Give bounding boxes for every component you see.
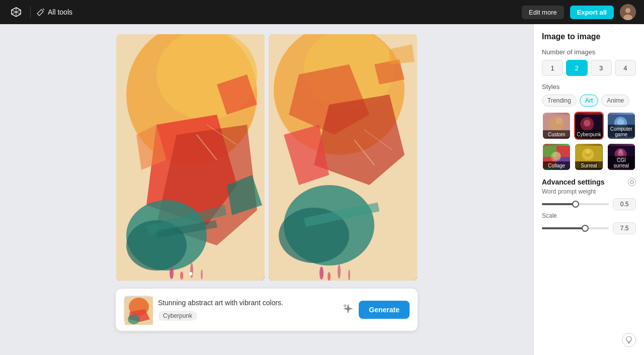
svg-point-76	[618, 149, 622, 153]
styles-section: Styles Trending Art Anime	[542, 83, 636, 171]
svg-point-40	[348, 270, 350, 281]
image-panel-1[interactable]	[116, 34, 265, 281]
scale-row: 7.5	[542, 222, 636, 234]
svg-point-52	[555, 118, 562, 125]
scale-section: Scale 7.5	[542, 212, 636, 234]
magic-icon	[343, 303, 354, 314]
style-card-cyberpunk[interactable]: Cyberpunk	[574, 112, 603, 140]
all-tools-label: All tools	[48, 8, 72, 16]
style-card-cgi-surreal[interactable]: CGI surreal	[607, 143, 636, 171]
style-card-collage[interactable]: Collage	[542, 143, 571, 171]
svg-point-37	[319, 267, 324, 280]
logo[interactable]	[8, 4, 24, 20]
computer-game-label: Computer game	[608, 125, 635, 139]
prompt-tag: Cyberpunk	[158, 311, 197, 321]
num-images-section: Number of images 1 2 3 4	[542, 48, 636, 76]
word-prompt-weight-row: 0.5	[542, 198, 636, 210]
style-card-surreal[interactable]: Surreal	[574, 143, 603, 171]
prompt-content: Stunning abstract art with vibrant color…	[158, 299, 337, 321]
num-images-label: Number of images	[542, 48, 636, 56]
svg-point-78	[630, 181, 633, 184]
styles-tabs: Trending Art Anime	[542, 95, 636, 107]
svg-marker-48	[343, 304, 347, 308]
scale-track[interactable]	[542, 227, 609, 229]
advanced-settings-section: Advanced settings Word prompt weight 0.5	[542, 178, 636, 234]
avatar[interactable]	[620, 4, 636, 20]
panel-title: Image to image	[542, 32, 636, 41]
avatar-icon	[620, 4, 636, 20]
svg-point-50	[549, 116, 565, 132]
svg-line-4	[43, 9, 44, 10]
all-tools-link[interactable]: All tools	[37, 8, 72, 16]
svg-point-18	[180, 272, 183, 280]
canvas-area: Stunning abstract art with vibrant color…	[0, 24, 533, 355]
scale-thumb[interactable]	[582, 225, 589, 232]
prompt-thumbnail	[124, 296, 152, 324]
image-panel-2[interactable]	[269, 34, 417, 281]
styles-grid: Custom Cyberpunk	[542, 112, 636, 171]
word-prompt-weight-value: 0.5	[613, 198, 636, 210]
bulb-area	[542, 329, 636, 347]
num-images-row: 1 2 3 4	[542, 60, 636, 76]
export-all-button[interactable]: Export all	[570, 6, 614, 19]
svg-point-6	[625, 8, 630, 13]
svg-point-39	[338, 264, 341, 279]
scale-fill	[542, 227, 585, 229]
lightbulb-button[interactable]	[622, 333, 636, 347]
advanced-settings-header: Advanced settings	[542, 178, 636, 186]
lightbulb-icon	[625, 336, 632, 344]
style-card-computer-game[interactable]: Computer game	[607, 112, 636, 140]
svg-point-71	[586, 150, 591, 154]
word-prompt-weight-thumb[interactable]	[572, 201, 579, 208]
collapse-icon[interactable]	[628, 178, 636, 186]
custom-label: Custom	[543, 130, 570, 139]
surreal-label: Surreal	[575, 161, 602, 170]
style-tab-trending[interactable]: Trending	[542, 95, 577, 107]
svg-point-67	[552, 152, 561, 160]
cgi-surreal-label: CGI surreal	[608, 156, 635, 170]
svg-point-56	[584, 120, 591, 127]
advanced-settings-label: Advanced settings	[542, 178, 604, 186]
num-btn-3[interactable]: 3	[591, 60, 612, 76]
svg-point-46	[128, 314, 140, 324]
thumbnail-art	[125, 297, 153, 325]
word-prompt-weight-fill	[542, 203, 576, 205]
style-tab-anime[interactable]: Anime	[601, 95, 629, 107]
svg-point-17	[170, 267, 174, 279]
num-btn-2[interactable]: 2	[566, 60, 587, 76]
prompt-area: Stunning abstract art with vibrant color…	[116, 289, 418, 331]
art-svg-1	[116, 34, 265, 281]
scale-label: Scale	[542, 212, 636, 219]
right-panel: Image to image Number of images 1 2 3 4 …	[533, 24, 644, 355]
scale-value: 7.5	[613, 222, 636, 234]
top-navigation: All tools Edit more Export all	[0, 0, 644, 24]
wand-icon	[37, 8, 45, 16]
cyberpunk-label: Cyberpunk	[575, 130, 602, 139]
style-tab-art[interactable]: Art	[580, 95, 598, 107]
magic-enhance-button[interactable]	[343, 303, 354, 317]
styles-label: Styles	[542, 83, 636, 91]
edit-more-button[interactable]: Edit more	[522, 6, 564, 19]
num-btn-4[interactable]: 4	[615, 60, 636, 76]
svg-point-20	[201, 270, 203, 280]
style-card-custom[interactable]: Custom	[542, 112, 571, 140]
num-btn-1[interactable]: 1	[542, 60, 563, 76]
image-1-dots	[189, 272, 192, 276]
svg-point-19	[190, 263, 193, 278]
dot-1	[189, 272, 192, 276]
word-prompt-weight-section: Word prompt weight 0.5	[542, 188, 636, 210]
images-container	[116, 34, 417, 281]
collage-label: Collage	[543, 161, 570, 170]
word-prompt-weight-label: Word prompt weight	[542, 188, 636, 195]
circle-icon	[630, 180, 634, 184]
word-prompt-weight-track[interactable]	[542, 203, 609, 205]
prompt-actions: Generate	[343, 301, 410, 319]
art-svg-2	[269, 34, 417, 281]
nav-divider	[30, 6, 31, 18]
main-layout: Stunning abstract art with vibrant color…	[0, 24, 644, 355]
prompt-text: Stunning abstract art with vibrant color…	[158, 299, 337, 307]
generate-button[interactable]: Generate	[359, 301, 410, 319]
